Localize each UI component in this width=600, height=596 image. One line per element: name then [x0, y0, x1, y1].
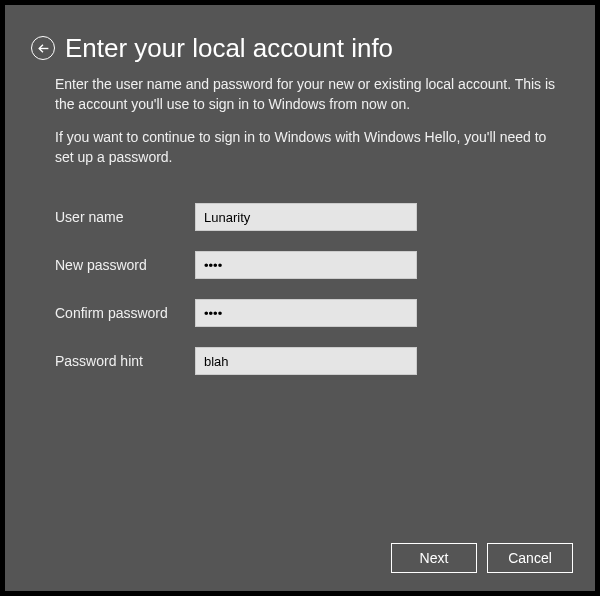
hint-label: Password hint: [55, 353, 195, 369]
hint-input[interactable]: [195, 347, 417, 375]
local-account-dialog: Enter your local account info Enter the …: [5, 5, 595, 591]
new-password-row: New password: [55, 251, 569, 279]
username-label: User name: [55, 209, 195, 225]
hint-row: Password hint: [55, 347, 569, 375]
confirm-password-row: Confirm password: [55, 299, 569, 327]
cancel-button[interactable]: Cancel: [487, 543, 573, 573]
new-password-label: New password: [55, 257, 195, 273]
new-password-input[interactable]: [195, 251, 417, 279]
back-button[interactable]: [31, 36, 55, 60]
dialog-header: Enter your local account info: [31, 35, 569, 61]
confirm-password-input[interactable]: [195, 299, 417, 327]
username-input[interactable]: [195, 203, 417, 231]
page-title: Enter your local account info: [65, 35, 393, 61]
username-row: User name: [55, 203, 569, 231]
dialog-footer: Next Cancel: [391, 543, 573, 573]
back-arrow-icon: [37, 42, 50, 55]
account-form: User name New password Confirm password …: [55, 203, 569, 395]
intro-paragraph-2: If you want to continue to sign in to Wi…: [55, 128, 559, 167]
confirm-password-label: Confirm password: [55, 305, 195, 321]
intro-paragraph-1: Enter the user name and password for you…: [55, 75, 559, 114]
next-button[interactable]: Next: [391, 543, 477, 573]
